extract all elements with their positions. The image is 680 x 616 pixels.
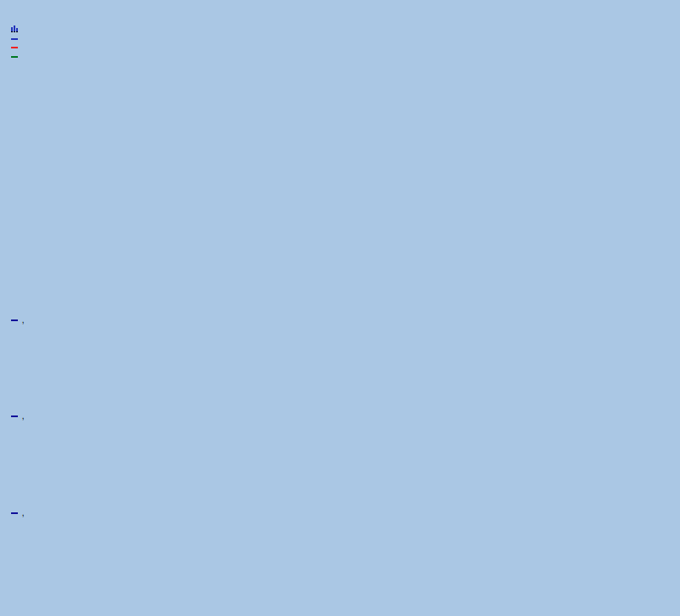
stoch1-legend-marker bbox=[11, 319, 18, 321]
chart-canvas bbox=[0, 0, 680, 616]
bb34-legend-marker bbox=[11, 47, 18, 48]
stoch2-legend: , bbox=[11, 411, 25, 421]
stoch1-legend: , bbox=[11, 315, 25, 325]
stoch2-legend-marker bbox=[11, 415, 18, 417]
bb55-legend-marker bbox=[11, 56, 18, 58]
stoch3-legend-marker bbox=[11, 512, 18, 514]
stoch3-legend: , bbox=[11, 508, 25, 517]
main-legend bbox=[11, 25, 20, 71]
quote-line bbox=[596, 12, 646, 22]
chart-header bbox=[11, 2, 19, 13]
bb21-legend-marker bbox=[11, 38, 18, 40]
stockcharts-chart-page: , , , bbox=[0, 0, 680, 616]
